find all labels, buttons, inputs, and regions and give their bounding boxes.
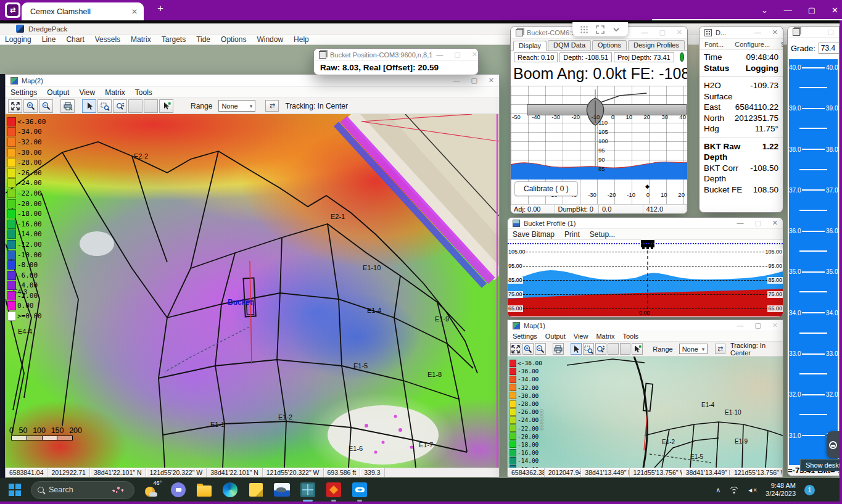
minimize-icon[interactable]: — [737,220,743,226]
toolbar-button-disabled[interactable] [128,99,142,113]
zoom-extents-button[interactable] [510,343,521,355]
grid-handle-icon[interactable] [580,25,588,34]
close-icon[interactable]: ✕ [489,77,494,84]
teamviewer-side-tab[interactable] [827,431,840,458]
taskbar-item-teamviewer[interactable] [352,482,368,498]
taskbar-item-sticky-notes[interactable] [248,482,264,498]
zoom-dynamic-button[interactable] [113,99,127,113]
menu-item[interactable]: Output [47,88,69,97]
toolbar-button-disabled[interactable] [144,99,158,113]
zoom-in-button[interactable] [23,99,38,113]
menu-item[interactable]: Chart [66,35,84,44]
map1-titlebar[interactable]: Map(1) — ▢ ✕ [508,320,783,331]
minimize-icon[interactable]: — [754,29,761,36]
map1-canvas[interactable]: 6585000 <-36.00 -36.00 -34.00 -32.00 [508,357,783,468]
chevron-down-icon[interactable] [612,25,621,34]
map2-canvas[interactable]: <-36.00 -34.00 -32.00 -30.00 -28.00 -26.… [6,114,499,468]
volume-muted-icon[interactable]: ◄× [747,487,757,494]
zoom-in-button[interactable] [522,343,534,355]
menu-item[interactable]: Output [545,333,566,340]
menu-item[interactable]: Help [294,35,309,44]
minimize-icon[interactable]: — [784,6,792,15]
pointer-query-button[interactable] [632,343,643,355]
maximize-icon[interactable]: ▢ [471,77,477,84]
tab-close-icon[interactable]: ✕ [131,7,138,16]
tab-options[interactable]: Options [592,40,627,50]
bucket-position-titlebar[interactable]: Bucket Position-COM3:9600,n,8,1 — ▢ ✕ [314,49,478,61]
pointer-tool-button[interactable] [571,343,582,355]
menu-item[interactable]: Tools [135,88,152,97]
taskbar-item-logging-app[interactable] [326,482,342,498]
close-icon[interactable]: ✕ [677,29,682,36]
toolbar-button-disabled[interactable] [620,343,631,355]
menu-item[interactable]: View [79,88,95,97]
menu-item[interactable]: View [574,333,588,340]
matrix-export-button[interactable] [60,99,75,113]
zoom-out-button[interactable] [535,343,546,355]
wifi-icon[interactable] [729,487,738,494]
menu-item[interactable]: Print [564,230,580,239]
grade-input[interactable] [819,43,839,54]
taskbar-item-explorer[interactable] [196,482,212,498]
bucket-profile-titlebar[interactable]: Bucket Profile (1) — ▢ ✕ [508,218,783,229]
zoom-window-button[interactable] [583,343,594,355]
menu-item[interactable]: Matrix [131,35,151,44]
menu-item[interactable]: Settings [513,333,537,340]
expand-icon[interactable] [596,25,605,34]
menu-item[interactable]: Window [257,35,283,44]
maximize-icon[interactable]: ▢ [828,28,834,35]
menu-item[interactable]: Configure... [735,41,770,48]
new-tab-button[interactable]: + [157,2,163,15]
taskbar-clock[interactable]: 9:48 AM 3/24/2023 [766,482,796,498]
zoom-out-button[interactable] [39,99,53,113]
close-icon[interactable]: ✕ [472,51,477,58]
range-dropdown[interactable]: None ▾ [679,344,708,354]
tracking-toggle-button[interactable]: ⇄ [715,344,725,354]
zoom-window-button[interactable] [97,99,112,113]
tracking-toggle-button[interactable]: ⇄ [265,100,279,112]
search-box[interactable]: Search [31,481,134,499]
start-button[interactable] [9,484,21,496]
minimize-icon[interactable]: — [453,77,460,84]
menu-item[interactable]: Matrix [596,333,614,340]
menu-item[interactable]: Matrix [105,88,125,97]
tray-chevron-icon[interactable]: ∧ [716,486,720,494]
maximize-icon[interactable]: ▢ [754,322,761,329]
maximize-icon[interactable]: ▢ [659,29,665,36]
minimize-icon[interactable]: — [641,29,648,36]
menu-item[interactable]: Vessels [95,35,120,44]
menu-item[interactable]: Tools [622,333,638,340]
minimize-icon[interactable]: — [737,322,743,329]
pointer-query-button[interactable] [159,99,173,113]
map2-titlebar[interactable]: Map(2) — ▢ ✕ [6,75,499,87]
chevron-down-icon[interactable]: ⌄ [761,6,768,15]
maximize-icon[interactable]: ▢ [808,6,815,15]
menu-item[interactable]: Settings [10,88,37,97]
maximize-icon[interactable]: ▢ [454,51,460,58]
grade-titlebar[interactable]: ▢ [788,27,839,38]
taskbar-item-hypack[interactable] [274,482,290,498]
close-icon[interactable]: ✕ [832,6,838,15]
notification-badge[interactable]: 1 [804,485,815,495]
menu-item[interactable]: Setup... [590,230,615,239]
tab-dqm-data[interactable]: DQM Data [548,40,591,50]
zoom-extents-button[interactable] [8,99,22,113]
taskbar-item-dredgepack[interactable] [300,482,316,498]
calibrate-button[interactable]: Calibrate ( 0 ) [514,181,578,196]
menu-item[interactable]: Line [42,35,56,44]
close-icon[interactable]: ✕ [772,322,778,329]
remote-tab[interactable]: Cemex Clamshell ✕ [22,2,144,20]
taskbar-item-edge[interactable] [222,482,238,498]
range-dropdown[interactable]: None ▾ [218,100,255,112]
weather-widget[interactable]: 46° [144,482,160,498]
pointer-tool-button[interactable] [82,99,96,113]
menu-item[interactable]: Targets [162,35,186,44]
tab-display[interactable]: Display [513,41,547,51]
minimize-icon[interactable]: — [436,51,443,58]
zoom-dynamic-button[interactable] [595,343,606,355]
tab-design-profiles[interactable]: Design Profiles [628,40,685,50]
close-icon[interactable]: ✕ [772,29,778,36]
menu-item[interactable]: Logging [5,35,31,44]
menu-item[interactable]: Style [781,41,783,48]
maximize-icon[interactable]: ▢ [754,220,761,226]
